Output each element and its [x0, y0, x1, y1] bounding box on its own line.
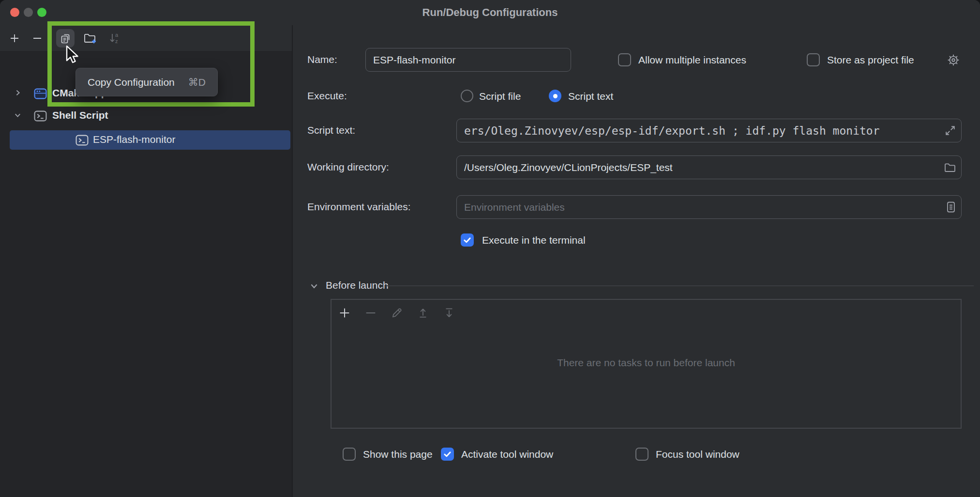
- store-as-project-file-label: Store as project file: [827, 54, 914, 66]
- tree-item-shell-script[interactable]: Shell Script: [0, 106, 292, 125]
- activate-tool-window-label[interactable]: Activate tool window: [461, 449, 553, 460]
- working-directory-label: Working directory:: [307, 161, 389, 173]
- gear-icon[interactable]: [946, 53, 961, 67]
- mouse-cursor: [63, 45, 81, 65]
- tree-item-label: Shell Script: [52, 109, 108, 121]
- remove-task-button[interactable]: [363, 306, 378, 320]
- tooltip-label: Copy Configuration: [88, 77, 175, 88]
- section-divider: [386, 285, 974, 286]
- edit-task-button[interactable]: [390, 306, 404, 320]
- application-icon: [34, 88, 47, 100]
- add-icon: [338, 306, 351, 320]
- store-as-project-file-checkbox[interactable]: [807, 53, 820, 66]
- remove-configuration-button[interactable]: [28, 29, 46, 47]
- tooltip-shortcut: ⌘D: [188, 77, 206, 88]
- script-text-input[interactable]: [457, 124, 944, 137]
- execute-label: Execute:: [307, 90, 347, 102]
- tree-item-esp-flash-monitor[interactable]: ESP-flash-monitor: [0, 130, 292, 150]
- working-directory-field[interactable]: [456, 155, 962, 179]
- window-title: Run/Debug Configurations: [0, 6, 980, 19]
- copy-configuration-tooltip: Copy Configuration ⌘D: [75, 68, 218, 96]
- focus-tool-window-checkbox[interactable]: [635, 448, 648, 461]
- configurations-tree: CMake Application Shell Script: [0, 52, 292, 497]
- move-task-up-button[interactable]: [416, 306, 430, 320]
- move-up-icon: [416, 306, 430, 320]
- terminal-icon: [75, 134, 89, 146]
- show-this-page-checkbox[interactable]: [343, 448, 356, 461]
- script-text-radio-label[interactable]: Script text: [568, 91, 613, 102]
- name-input[interactable]: [366, 54, 571, 66]
- chevron-down-icon[interactable]: [309, 281, 319, 291]
- remove-icon: [31, 32, 43, 44]
- run-debug-configurations-dialog: Run/Debug Configurations: [0, 0, 980, 497]
- working-directory-input[interactable]: [457, 162, 943, 173]
- browse-variables-icon[interactable]: [945, 201, 957, 214]
- name-label: Name:: [307, 54, 337, 65]
- tree-item-label: ESP-flash-monitor: [93, 134, 175, 145]
- edit-icon: [390, 306, 404, 320]
- folder-icon[interactable]: [943, 161, 957, 174]
- before-launch-task-panel: There are no tasks to run before launch: [331, 299, 962, 429]
- activate-tool-window-checkbox[interactable]: [441, 448, 454, 461]
- move-task-down-button[interactable]: [442, 306, 456, 320]
- environment-variables-field[interactable]: [456, 195, 962, 219]
- add-configuration-button[interactable]: [5, 29, 24, 47]
- add-task-button[interactable]: [337, 306, 352, 320]
- environment-variables-label: Environment variables:: [307, 201, 411, 213]
- script-file-radio-label[interactable]: Script file: [479, 91, 521, 102]
- focus-tool-window-label[interactable]: Focus tool window: [656, 449, 739, 460]
- allow-multiple-instances-label: Allow multiple instances: [638, 54, 746, 66]
- configuration-form: Name: Allow multiple instances Store as …: [293, 25, 980, 497]
- add-icon: [9, 32, 20, 44]
- script-text-label: Script text:: [307, 124, 355, 136]
- name-field[interactable]: [365, 48, 571, 72]
- terminal-icon: [34, 110, 47, 122]
- script-text-radio[interactable]: [549, 90, 561, 102]
- script-file-radio[interactable]: [461, 90, 473, 102]
- allow-multiple-instances-checkbox[interactable]: [618, 53, 631, 66]
- remove-icon: [364, 306, 377, 320]
- expand-icon[interactable]: [944, 124, 957, 137]
- chevron-right-icon[interactable]: [14, 89, 22, 97]
- execute-in-terminal-label[interactable]: Execute in the terminal: [482, 234, 586, 246]
- script-text-field[interactable]: [456, 119, 962, 142]
- chevron-down-icon[interactable]: [14, 111, 22, 119]
- move-down-icon: [442, 306, 456, 320]
- environment-variables-input[interactable]: [457, 202, 945, 213]
- show-this-page-label[interactable]: Show this page: [363, 449, 433, 460]
- no-tasks-message: There are no tasks to run before launch: [332, 357, 961, 369]
- execute-in-terminal-checkbox[interactable]: [461, 233, 474, 247]
- before-launch-title[interactable]: Before launch: [326, 280, 389, 291]
